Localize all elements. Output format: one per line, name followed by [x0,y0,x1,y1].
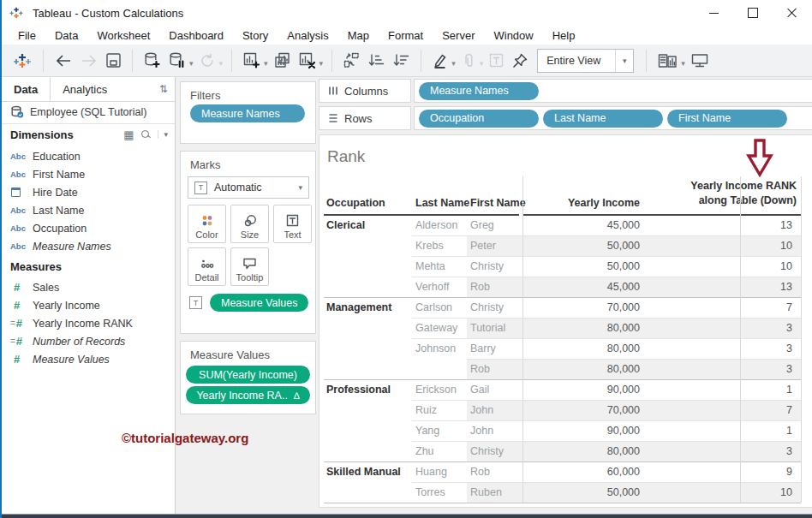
field-last-name[interactable]: AbcLast Name [2,201,175,219]
field-first-name[interactable]: AbcFirst Name [2,165,175,183]
field-sales[interactable]: #Sales [2,278,175,296]
column-header-rank-line2[interactable]: along Table (Down) [645,194,797,206]
pill-sum-yearly-income[interactable]: SUM(Yearly Income) [186,366,310,384]
dimensions-menu-caret-icon[interactable] [158,130,168,139]
field-hire-date[interactable]: Hire Date [2,183,175,201]
pill-measure-names[interactable]: Measure Names [419,82,539,100]
column-header-first-name[interactable]: First Name [470,197,526,209]
table-row[interactable]: Rob80,0003 [319,360,812,380]
clear-sheet-caret-icon[interactable] [319,59,324,68]
table-row[interactable]: ManagementCarlsonChristy70,0007 [319,298,812,319]
fix-axes-button[interactable] [508,48,532,74]
back-button[interactable] [51,48,76,74]
table-row[interactable]: Skilled ManualHuangRob60,0009 [319,462,812,483]
data-source-item[interactable]: Employee (SQL Tutorial) [2,101,175,124]
field-measure-names[interactable]: AbcMeasure Names [2,237,175,255]
mark-type-dropdown[interactable]: T Automatic [188,176,309,199]
menu-dashboard[interactable]: Dashboard [159,27,233,44]
maximize-button[interactable] [733,0,773,26]
sort-descending-button[interactable] [389,48,414,74]
search-icon[interactable] [140,129,151,140]
minimize-button[interactable] [694,0,733,26]
field-yearly-income-rank[interactable]: =#Yearly Income RANK [2,314,175,332]
marks-size-button[interactable]: Size [230,205,269,243]
pill-yearly-income-ra[interactable]: Yearly Income RA..∆ [186,386,310,404]
new-worksheet-caret-icon[interactable] [264,59,268,68]
filters-label: Filters [190,89,315,102]
table-row[interactable]: ClericalAldersonGreg45,00013 [319,216,812,236]
sort-fields-icon[interactable] [159,83,168,95]
columns-shelf[interactable]: Measure Names [414,79,812,103]
pill-measure-names[interactable]: Measure Names [190,104,305,122]
highlight-button[interactable] [428,48,451,74]
highlight-caret-icon[interactable] [451,59,456,68]
table-row[interactable]: KrebsPeter50,00010 [319,236,812,257]
menu-analysis[interactable]: Analysis [278,27,337,44]
menu-file[interactable]: File [9,27,45,44]
marks-color-button[interactable]: Color [188,205,226,243]
field-yearly-income[interactable]: #Yearly Income [2,296,175,314]
show-me-button[interactable] [654,48,681,74]
group-members-button[interactable] [457,48,480,74]
pill-measure-values[interactable]: Measure Values [210,294,308,312]
table-row[interactable]: YangJohn90,0001 [319,421,812,442]
table-row[interactable]: GatewayTutorial80,0003 [319,319,812,339]
menu-window[interactable]: Window [484,27,542,44]
show-me-caret-icon[interactable] [681,59,685,68]
field-number-of-records[interactable]: =#Number of Records [2,332,175,350]
show-mark-labels-button[interactable] [485,48,508,74]
pill-last-name[interactable]: Last Name [543,110,663,128]
tableau-logo-button[interactable] [9,48,36,74]
pill-occupation[interactable]: Occupation [419,110,539,128]
clear-sheet-button[interactable] [295,48,319,74]
menu-format[interactable]: Format [379,27,433,44]
pause-auto-updates-button[interactable] [164,48,189,74]
close-button[interactable] [773,0,812,26]
menu-server[interactable]: Server [433,27,484,44]
rows-shelf-label: Rows [319,106,411,130]
menu-help[interactable]: Help [543,27,585,44]
measure-values-pills: SUM(Yearly Income)Yearly Income RA..∆ [186,366,310,404]
table-row[interactable]: JohnsonBarry80,0003 [319,339,812,360]
tab-data[interactable]: Data [2,77,51,101]
duplicate-sheet-button[interactable] [270,48,295,74]
rank-annotation-arrow [745,138,774,179]
menu-map[interactable]: Map [338,27,379,44]
column-header-last-name[interactable]: Last Name [415,197,469,209]
presentation-mode-button[interactable] [687,48,713,74]
marks-tooltip-button[interactable]: Tooltip [230,247,269,286]
field-education[interactable]: AbcEducation [2,147,175,165]
table-row[interactable]: TorresRuben50,00010 [319,483,812,503]
fit-dropdown[interactable]: Entire View [537,49,634,73]
menu-worksheet[interactable]: Worksheet [87,27,159,44]
new-data-source-button[interactable] [140,48,164,74]
menu-story[interactable]: Story [233,27,278,44]
field-measure-values[interactable]: #Measure Values [2,350,175,368]
table-row[interactable]: ProfessionalEricksonGail90,0001 [319,380,812,401]
save-button[interactable] [102,48,125,74]
menu-data[interactable]: Data [45,27,87,44]
column-header-rank-line1[interactable]: Yearly Income RANK [645,180,797,192]
table-row[interactable]: VerhoffRob45,00013 [319,277,812,298]
field-occupation[interactable]: AbcOccupation [2,219,175,237]
swap-rows-columns-icon [343,51,361,69]
column-header-yearly-income[interactable]: Yearly Income [525,197,640,209]
pill-first-name[interactable]: First Name [667,110,787,128]
table-row[interactable]: MehtaChristy50,00010 [319,257,812,277]
view-as-list-icon[interactable] [123,127,134,142]
refresh-button[interactable] [195,48,219,74]
table-row[interactable]: RuizJohn70,0007 [319,401,812,421]
table-row[interactable]: ZhuChristy80,0003 [319,442,812,462]
swap-rows-columns-button[interactable] [339,48,364,74]
marks-text-button[interactable]: Text [273,205,312,243]
rows-shelf[interactable]: OccupationLast NameFirst Name [414,106,812,130]
marks-detail-button[interactable]: Detail [188,247,226,286]
cell-first-name: Rob [470,281,522,293]
pause-updates-caret-icon[interactable] [189,59,194,68]
fit-dropdown-caret-icon[interactable] [615,50,633,72]
tab-analytics[interactable]: Analytics [51,77,119,101]
forward-button[interactable] [76,48,102,74]
new-worksheet-button[interactable] [239,48,264,74]
sort-ascending-button[interactable] [364,48,389,74]
column-header-occupation[interactable]: Occupation [326,197,385,209]
